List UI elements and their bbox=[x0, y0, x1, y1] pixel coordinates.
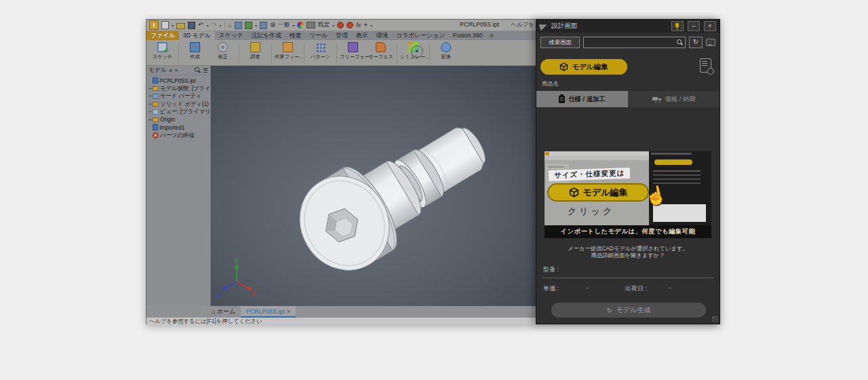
tree-item-imported[interactable]: Imported1 bbox=[148, 124, 210, 132]
appearance-dropdown-icon[interactable]: ▾ bbox=[332, 23, 334, 28]
search-input[interactable] bbox=[583, 37, 686, 48]
freeform-icon bbox=[348, 42, 358, 52]
color-wheel-icon[interactable] bbox=[297, 22, 304, 28]
material-dropdown-icon[interactable]: ▾ bbox=[255, 23, 257, 28]
tree-item-model-states[interactable]: + モデル状態: [プライマリ] bbox=[148, 85, 210, 93]
new-file-icon[interactable] bbox=[161, 21, 169, 29]
tab-fusion360[interactable]: Fusion 360 bbox=[449, 31, 487, 40]
close-tab-icon[interactable]: × bbox=[287, 308, 290, 315]
add-command-icon[interactable]: + bbox=[363, 22, 368, 28]
quick-access-toolbar: I ▾ ↶ ▾ ↷ ▾ ⌂ ▾ ⊗ 一般 ▾ 既定 bbox=[146, 20, 536, 31]
ribbon-button-freeform[interactable]: フリーフォー... bbox=[340, 42, 366, 60]
undo-dropdown-icon[interactable]: ▾ bbox=[206, 23, 208, 28]
clear-adjust-icon[interactable] bbox=[347, 22, 353, 28]
ribbon-button-inspect[interactable]: 調査 bbox=[242, 42, 269, 60]
tree-expand-icon[interactable]: + bbox=[148, 101, 153, 107]
model-generate-button[interactable]: ↻ モデル生成 bbox=[551, 303, 706, 318]
tab-inspect[interactable]: 検査 bbox=[285, 31, 306, 40]
browser-add-icon[interactable]: + bbox=[174, 67, 178, 74]
tree-expand-icon[interactable]: + bbox=[148, 109, 153, 115]
search-icon[interactable] bbox=[677, 39, 683, 45]
tree-item-third-party[interactable]: + サード パーティ bbox=[148, 92, 210, 100]
ribbon-button-work-features[interactable]: 作業フィー... bbox=[275, 42, 301, 60]
tab-environments[interactable]: 環境 bbox=[372, 31, 393, 40]
panel-tab-bar: 仕様 / 追加工 価格 / 納期 bbox=[536, 91, 719, 107]
tab-view[interactable]: 表示 bbox=[352, 31, 372, 40]
inventor-window: I ▾ ↶ ▾ ↷ ▾ ⌂ ▾ ⊗ 一般 ▾ 既定 bbox=[146, 19, 536, 324]
save-icon[interactable] bbox=[188, 22, 195, 29]
unit-price-label: 単価 : bbox=[543, 284, 559, 293]
print-icon[interactable] bbox=[235, 22, 242, 29]
cross-section-icon[interactable]: ⊗ bbox=[270, 22, 275, 28]
material-select-dropdown-icon[interactable]: ▾ bbox=[292, 23, 294, 28]
tree-expand-icon[interactable]: + bbox=[148, 86, 153, 92]
material-select[interactable]: 一般 bbox=[278, 21, 290, 29]
material-icon[interactable] bbox=[245, 22, 252, 29]
truck-icon bbox=[652, 96, 662, 102]
product-name-label: 商品名 bbox=[542, 80, 559, 88]
resize-grip[interactable] bbox=[712, 316, 718, 322]
tab-tools[interactable]: ツール bbox=[306, 31, 332, 40]
ribbon-collapse-button[interactable]: ▼ bbox=[411, 45, 423, 58]
adjust-icon[interactable] bbox=[337, 22, 344, 28]
feedback-icon[interactable] bbox=[706, 39, 715, 46]
tab-collaboration[interactable]: コラボレーション bbox=[392, 31, 449, 40]
tab-sketch[interactable]: スケッチ bbox=[215, 31, 248, 40]
ribbon-button-surface[interactable]: サーフェス bbox=[368, 42, 394, 60]
new-dropdown-icon[interactable]: ▾ bbox=[172, 23, 174, 28]
3d-viewport[interactable]: Y X Z bbox=[211, 66, 536, 306]
open-file-icon[interactable] bbox=[176, 23, 185, 29]
browser-search-icon[interactable] bbox=[195, 67, 201, 73]
appearance-icon[interactable] bbox=[307, 22, 315, 28]
tab-price-delivery[interactable]: 価格 / 納期 bbox=[628, 91, 719, 107]
tab-annotate[interactable]: 注記を作成 bbox=[248, 31, 285, 40]
surface-icon bbox=[376, 42, 386, 52]
close-button[interactable]: × bbox=[704, 21, 716, 31]
tree-item-origin[interactable]: + Origin bbox=[148, 116, 210, 124]
browser-menu-icon[interactable]: ☰ bbox=[203, 67, 208, 74]
browser-close-icon[interactable]: × bbox=[169, 67, 172, 74]
triad-x-label: X bbox=[252, 290, 256, 297]
tab-spec-machining[interactable]: 仕様 / 追加工 bbox=[536, 91, 628, 107]
triad-z-label: Z bbox=[216, 291, 220, 298]
model-edit-button[interactable]: モデル編集 bbox=[540, 59, 627, 75]
help-search-box[interactable]: ヘルプを bbox=[511, 21, 534, 29]
parameters-icon[interactable] bbox=[260, 22, 267, 29]
ribbon-button-convert[interactable]: 変換 bbox=[433, 42, 459, 60]
sketch-icon bbox=[157, 42, 167, 52]
tab-file[interactable]: ファイル bbox=[146, 31, 179, 40]
tab-home[interactable]: ⌂ ホーム bbox=[206, 306, 241, 318]
minimize-button[interactable]: – bbox=[688, 21, 700, 31]
tree-expand-icon[interactable]: + bbox=[148, 117, 153, 123]
tab-options-icon[interactable]: ⊙ bbox=[486, 31, 494, 40]
quote-history-icon[interactable] bbox=[700, 58, 711, 73]
ribbon-button-modify[interactable]: 修正 bbox=[210, 42, 236, 60]
tab-3d-model[interactable]: 3D モデル bbox=[179, 31, 215, 40]
redo-icon[interactable]: ↷ bbox=[211, 22, 216, 28]
folder-icon bbox=[153, 102, 159, 107]
qat-customize-icon[interactable]: ▾ bbox=[370, 23, 372, 28]
tree-expand-icon[interactable]: + bbox=[148, 93, 153, 99]
tree-item-end-of-part[interactable]: ✕ パーツの終端 bbox=[148, 132, 210, 140]
redo-dropdown-icon[interactable]: ▾ bbox=[220, 23, 222, 28]
ribbon-button-sketch[interactable]: スケッチ bbox=[149, 42, 176, 60]
cube-icon bbox=[569, 187, 579, 197]
home-icon[interactable]: ⌂ bbox=[228, 22, 232, 28]
ribbon-button-pattern[interactable]: パターン bbox=[307, 42, 334, 60]
tree-item-view[interactable]: + ビュー: [プライマリ] bbox=[148, 108, 210, 116]
fx-parameters-icon[interactable]: fx bbox=[356, 22, 361, 28]
browser-tree: PCRLP05S.ipt + モデル状態: [プライマリ] + サード パーティ… bbox=[146, 75, 210, 139]
history-button[interactable]: ↻ bbox=[689, 37, 703, 48]
tree-item-solid-bodies[interactable]: + ソリッド ボディ(1) bbox=[148, 100, 210, 109]
status-bar: ヘルプを参照するには[F1]を押してください bbox=[146, 318, 536, 325]
appearance-select[interactable]: 既定 bbox=[318, 21, 330, 29]
pin-icon[interactable] bbox=[671, 21, 684, 31]
tab-document[interactable]: PCRLP05S.ipt × bbox=[241, 306, 296, 318]
search-screen-button[interactable]: 検索画面 bbox=[540, 37, 580, 48]
ribbon-button-create[interactable]: 作成 bbox=[182, 42, 208, 60]
undo-icon[interactable]: ↶ bbox=[198, 22, 203, 28]
tree-item-root[interactable]: PCRLP05S.ipt bbox=[148, 77, 210, 85]
tab-manage[interactable]: 管理 bbox=[332, 31, 352, 40]
panel-logo-icon bbox=[539, 22, 549, 31]
app-logo-icon[interactable]: I bbox=[149, 20, 159, 30]
